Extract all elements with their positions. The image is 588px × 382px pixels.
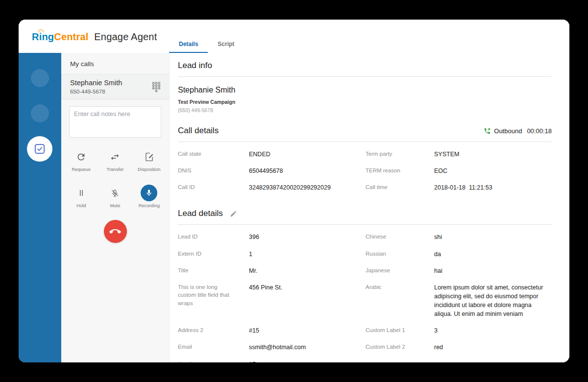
hangup-phone-icon [109,226,121,238]
field-label: TERM reason [366,163,434,179]
field-label: Japanese [366,263,434,279]
logo-signal-arc-icon [38,29,44,32]
hold-button[interactable]: Hold [64,185,98,208]
call-details-heading: Call details [178,126,219,136]
field-value: 1 [249,246,366,263]
lead-info-heading: Lead info [178,61,552,71]
my-calls-header: My calls [61,53,169,74]
transfer-icon [110,148,120,165]
outbound-call-icon [484,127,491,135]
field-label: Russian [366,246,434,263]
field-value: SYSTEM [434,146,552,163]
active-call-row[interactable]: Stephanie Smith 650-449-5678 [61,74,169,99]
field-value: 15 [249,356,366,363]
calls-panel: My calls Stephanie Smith 650-449-5678 [61,53,170,362]
check-square-icon [33,142,47,156]
pencil-icon [230,210,237,217]
active-call-meta: Stephanie Smith 650-449-5678 [70,79,122,95]
field-value: Mr. [249,263,366,279]
field-value [434,356,552,363]
field-label: Address 2 [178,322,249,339]
rail-nav-circle-1[interactable] [31,69,49,87]
desktop-background: RingCentral Engage Agent Details Script [0,0,588,382]
mute-button[interactable]: Mute [98,185,132,208]
field-label: Call state [178,146,249,163]
call-details-fields: Call state ENDED Term party SYSTEM DNIS … [178,146,552,196]
active-call-name: Stephanie Smith [70,79,122,87]
logo-central-text: Central [54,31,88,42]
dialpad-icon[interactable] [150,80,162,93]
transfer-button[interactable]: Transfer [98,148,132,172]
field-label: Arabic [366,279,434,323]
app-window: RingCentral Engage Agent Details Script [19,20,569,362]
edit-lead-button[interactable] [230,210,237,217]
field-value: 396 [249,229,366,245]
mute-label: Mute [110,203,120,208]
field-label: Term party [366,146,434,163]
field-label: Lead ID [178,229,249,245]
call-controls: Requeue Transfer [64,148,166,208]
field-label: Extern ID [178,246,249,263]
lead-details-fields: Lead ID 396 Chinese shi Extern ID 1 Russ… [178,229,552,362]
logo-product-text: Engage Agent [94,31,157,42]
field-value: da [434,246,552,263]
hold-icon [77,185,86,201]
recording-active-circle [141,185,157,201]
recording-button[interactable]: Recording [132,185,166,208]
mute-icon [110,185,120,201]
field-label: This is one long custom title field that… [178,279,249,323]
disposition-label: Disposition [138,167,160,172]
field-label: DNIS [178,163,249,179]
rail-nav-circle-2[interactable] [31,104,49,122]
lead-campaign: Test Preview Campaign [178,99,552,105]
call-timer: 00:00:18 [527,127,552,135]
field-label: Title [178,263,249,279]
lead-details-heading: Lead details [178,209,223,218]
field-value: 324829387420020299292029 [249,179,366,196]
app-header: RingCentral Engage Agent Details Script [19,20,569,53]
active-calls-nav-button[interactable] [27,136,52,162]
field-value: EOC [434,163,552,179]
divider [178,142,552,142]
field-value: 6504495678 [249,163,366,179]
disposition-button[interactable]: Disposition [132,148,166,172]
ringcentral-logo: RingCentral Engage Agent [32,31,157,43]
lead-name: Stephanie Smith [178,86,552,95]
requeue-label: Requeue [72,167,91,172]
field-label: Call ID [178,179,249,196]
field-value: 3 [434,322,552,339]
field-label: Custom Label 1 [366,322,434,339]
tab-script[interactable]: Script [208,41,244,53]
lead-details-section: Lead details Lead ID 396 Chinese shi [178,209,552,362]
field-label: Chinese [366,229,434,245]
field-value: 456 Pine St. [249,279,366,323]
field-value: ENDED [249,146,366,163]
field-value: shi [434,229,552,245]
call-details-section: Call details Outbound 00:00:18 Call stat… [178,126,552,196]
hangup-button[interactable] [104,220,127,243]
field-value: 2018-01-18 11:21:53 [434,179,552,196]
field-label: Aux 1 [178,356,249,363]
call-notes-input[interactable] [69,106,161,138]
disposition-icon [144,148,154,165]
lead-detail-pane: Lead info Stephanie Smith Test Preview C… [170,53,569,362]
field-value: hai [434,263,552,279]
lead-phone: (650) 449-5678 [178,107,552,113]
recording-label: Recording [139,203,160,208]
requeue-button[interactable]: Requeue [64,148,98,172]
main-tabs: Details Script [169,41,244,53]
nav-rail [19,53,61,362]
lead-info-section: Lead info Stephanie Smith Test Preview C… [178,61,552,113]
field-value: Lorem ipsum dolor sit amet, consectetur … [434,279,552,323]
transfer-label: Transfer [106,167,123,172]
tab-details[interactable]: Details [169,41,208,53]
field-value: ssmith@hotmail.com [249,339,366,356]
field-label: Custom Label 2 [366,339,434,356]
divider [178,76,552,77]
field-label: Email [178,339,249,356]
field-label [366,356,434,363]
call-notes-wrapper [69,106,161,140]
requeue-icon [76,148,86,165]
call-direction-status: Outbound 00:00:18 [484,127,552,135]
active-call-number: 650-449-5678 [70,89,122,95]
